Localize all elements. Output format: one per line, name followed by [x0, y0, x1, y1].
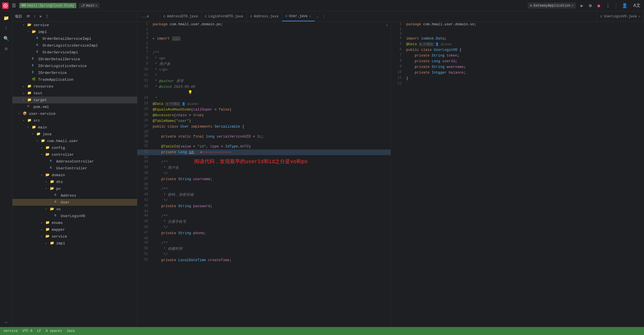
branch-badge[interactable]: ⎇ main ▾ — [79, 3, 99, 8]
tree-item[interactable]: 🌿 TradeApplication — [12, 76, 137, 83]
expand-arrow: ▸ — [41, 228, 45, 231]
tree-item[interactable]: ▸ 📁 dto — [12, 178, 137, 185]
tree-item[interactable]: C Address — [12, 192, 137, 199]
collapse-icon[interactable]: ↑ — [32, 13, 37, 20]
tree-item[interactable]: ▾ 📁 main — [12, 124, 137, 131]
line-content: public class User implements Serializabl… — [152, 124, 391, 130]
tree-item[interactable]: C UserController — [12, 165, 137, 172]
code-line: 31 @TableId(value = "id", type = IdType.… — [137, 144, 391, 149]
tree-item[interactable]: I IOrderLogisticsService — [12, 63, 137, 69]
tree-item[interactable]: ▾ 📦 user-service — [12, 110, 137, 117]
left-code-area[interactable]: 1 package com.hmall.user.domain.po; 2 3 — [137, 22, 391, 327]
code-line: 23 @Data9 个用法👤 Qiuner — [137, 101, 391, 107]
tree-item[interactable]: ▾ 📁 java — [12, 131, 137, 138]
project-sidebar-button[interactable]: 📁 — [2, 14, 11, 23]
close-icon[interactable]: ✕ — [38, 13, 43, 20]
tab-userloginvo[interactable]: C UserLoginVO.java ✕ — [597, 11, 644, 21]
tree-item[interactable]: C AddressController — [12, 158, 137, 165]
code-line: 3 — [137, 32, 391, 36]
tree-item-label: UserController — [56, 166, 87, 170]
tree-item[interactable]: ▾ 📂 domain — [12, 172, 137, 178]
more-tabs-icon: ⋮ — [322, 14, 326, 19]
tree-item[interactable]: ▸ 📁 test — [12, 90, 137, 97]
code-line: 7 /** — [137, 50, 391, 56]
tree-item[interactable]: ▾ 📂 controller — [12, 151, 137, 158]
line-content — [152, 27, 391, 32]
tree-item[interactable]: C OrderDetailServiceImpl — [12, 35, 137, 42]
tree-item[interactable]: ▾ 📂 vo — [12, 206, 137, 213]
line-content — [152, 46, 391, 50]
tab-addressdto[interactable]: C AddressDTO.java — [160, 11, 202, 21]
code-line: 30 — [137, 140, 391, 144]
module-icon: 📦 — [23, 111, 28, 116]
tree-item[interactable]: ▾ 📁 src — [12, 117, 137, 124]
run-config-button[interactable]: ▶ GatewayApplication ▾ — [528, 3, 576, 9]
tree-item[interactable]: ▾ 📂 service — [12, 233, 137, 240]
line-content — [405, 81, 644, 86]
tree-item[interactable]: M pom.xml — [12, 103, 137, 110]
branch-name: main — [86, 4, 94, 8]
tree-item[interactable]: ▸ 📁 resources — [12, 83, 137, 90]
line-content: /** — [152, 213, 391, 219]
tree-item[interactable]: ▸ 📁 impl — [12, 240, 137, 247]
structure-button[interactable]: ⊞ — [2, 44, 11, 53]
more-button[interactable]: ⋮ — [605, 2, 611, 10]
line-content — [152, 182, 391, 186]
folder-icon: 📂 — [50, 207, 55, 211]
tree-item-label: pom.xml — [33, 105, 49, 109]
find-button[interactable]: 🔍 — [2, 34, 11, 43]
tree-item[interactable]: ▸ 📁 mapper — [12, 226, 137, 233]
vcs-button[interactable]: ↕ — [2, 24, 11, 33]
tree-item[interactable]: C UserLoginVO — [12, 213, 137, 219]
line-content: * @author 虎哥 — [152, 78, 391, 84]
line-number: 5 — [137, 41, 152, 46]
tree-item[interactable]: ▾ 📂 impl — [12, 28, 137, 35]
tree-item[interactable]: C OrderServiceImpl — [12, 49, 137, 56]
tree-item[interactable]: ▸ 📁 target — [12, 97, 137, 103]
run-button[interactable]: ▶ — [579, 2, 584, 10]
tab-loginformdto[interactable]: C LoginFormDTO.java — [202, 11, 247, 21]
tree-item-label: user-service — [29, 112, 56, 116]
address-icon: C — [250, 15, 252, 18]
line-content: private LocalDateTime createTime; — [152, 257, 391, 263]
tree-item[interactable]: ▾ 📁 com.hmall.user — [12, 138, 137, 144]
tree-item[interactable]: ▾ 📂 service — [12, 22, 137, 28]
tree-item[interactable]: ▾ 📂 po — [12, 185, 137, 192]
line-number: 14 — [137, 95, 152, 101]
code-line: 49 /** — [137, 240, 391, 246]
line-number: 26 — [137, 118, 152, 124]
tree-item-label: service — [52, 234, 67, 239]
hamburger-button[interactable]: ☰ — [11, 2, 17, 10]
line-number: 3 — [137, 32, 152, 36]
tree-item[interactable]: C User — [12, 199, 137, 206]
tree-item[interactable]: ▸ 📁 enums — [12, 219, 137, 226]
tree-item[interactable]: I IOrderService — [12, 69, 137, 76]
line-number: 12 — [137, 78, 152, 84]
translate-button[interactable]: A文 — [632, 1, 642, 10]
more-icon[interactable]: ⋮ — [44, 13, 50, 20]
line-content: private String password; — [152, 203, 391, 209]
tab-user[interactable]: C User.java ✕ — [282, 11, 315, 21]
stop-button[interactable]: ◼ — [596, 2, 601, 10]
more-tools-button[interactable]: ⋯ — [2, 318, 11, 327]
interface-icon: I — [32, 64, 37, 68]
line-number: 45 — [137, 219, 152, 225]
tab-address[interactable]: C Address.java — [247, 11, 282, 21]
tree-item[interactable]: ▸ 📁 config — [12, 144, 137, 151]
tab-close-button[interactable]: ✕ — [309, 14, 311, 18]
profile-button[interactable]: 👤 — [621, 2, 629, 10]
expand-arrow: ▾ — [36, 139, 41, 143]
tree-item[interactable]: C OrderLogisticsServiceImpl — [12, 42, 137, 49]
tab-overflow-button[interactable]: ⌄ — [315, 11, 320, 21]
tab-more-button[interactable]: ⋮ — [320, 11, 328, 21]
line-content: @TableId(value = "id", type = IdType.AUT… — [152, 144, 391, 149]
line-content: ▸ import ... — [152, 36, 391, 41]
line-number: 39 — [137, 186, 152, 192]
tab-overflow[interactable]: ...a — [137, 11, 160, 21]
line-number: 41 — [137, 198, 152, 203]
right-code-area[interactable]: 1 package com.hmall.user.domain.vo; 2 3 — [391, 22, 644, 327]
sync-icon[interactable]: ⟳ — [26, 13, 31, 20]
settings-button[interactable]: ⚙ — [588, 2, 593, 10]
tree-item[interactable]: I IOrderDetailService — [12, 56, 137, 63]
tab-close-button2[interactable]: ✕ — [638, 14, 640, 18]
